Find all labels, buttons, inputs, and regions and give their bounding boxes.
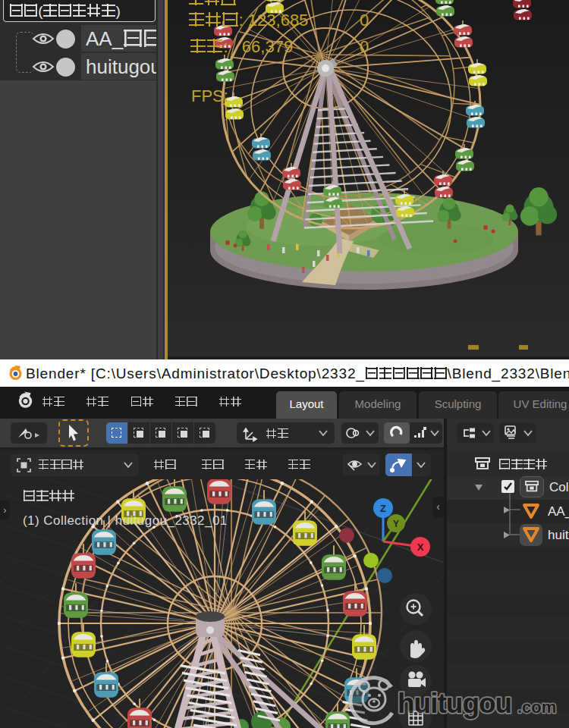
svg-text:huitugou: huitugou [398,688,511,719]
svg-text:.com: .com [517,698,556,717]
